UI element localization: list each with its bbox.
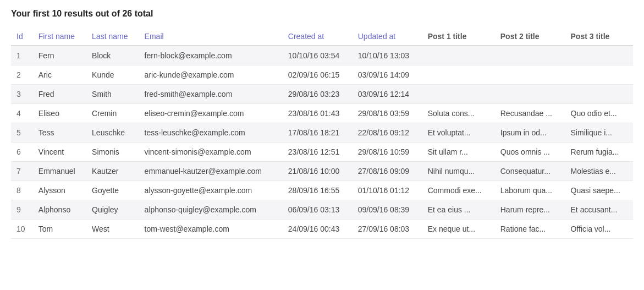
- cell-post2: Ipsum in od...: [495, 123, 565, 143]
- cell-first_name: Alysson: [33, 181, 86, 200]
- cell-created_at: 24/09/16 00:43: [283, 220, 353, 239]
- cell-created_at: 10/10/16 03:54: [283, 46, 353, 65]
- column-header-post2: Post 2 title: [495, 28, 565, 46]
- cell-first_name: Aric: [33, 65, 86, 85]
- cell-updated_at: 29/08/16 03:59: [353, 104, 422, 123]
- cell-post2: Laborum qua...: [495, 181, 565, 200]
- cell-first_name: Eliseo: [33, 104, 86, 123]
- cell-first_name: Tom: [33, 220, 86, 239]
- cell-post2: Ratione fac...: [495, 220, 565, 239]
- cell-updated_at: 10/10/16 13:03: [353, 46, 422, 65]
- cell-updated_at: 22/08/16 09:12: [353, 123, 422, 143]
- table-row: 9AlphonsoQuigleyalphonso-quigley@example…: [11, 200, 633, 220]
- cell-post1: Nihil numqu...: [422, 162, 495, 181]
- cell-updated_at: 03/09/16 12:14: [353, 85, 422, 104]
- cell-post2: Recusandae ...: [495, 104, 565, 123]
- table-row: 1FernBlockfern-block@example.com10/10/16…: [11, 46, 633, 65]
- cell-post3: [565, 85, 633, 104]
- cell-email: fred-smith@example.com: [139, 85, 283, 104]
- cell-created_at: 28/09/16 16:55: [283, 181, 353, 200]
- cell-post2: Quos omnis ...: [495, 143, 565, 162]
- cell-email: alysson-goyette@example.com: [139, 181, 283, 200]
- cell-last_name: Quigley: [86, 200, 139, 220]
- cell-id: 7: [11, 162, 33, 181]
- cell-post1: Ex neque ut...: [422, 220, 495, 239]
- cell-updated_at: 27/09/16 08:03: [353, 220, 422, 239]
- table-row: 3FredSmithfred-smith@example.com29/08/16…: [11, 85, 633, 104]
- cell-post1: Soluta cons...: [422, 104, 495, 123]
- cell-post1: Commodi exe...: [422, 181, 495, 200]
- cell-last_name: Block: [86, 46, 139, 65]
- cell-updated_at: 03/09/16 14:09: [353, 65, 422, 85]
- cell-post1: Et voluptat...: [422, 123, 495, 143]
- cell-id: 8: [11, 181, 33, 200]
- table-row: 6VincentSimonisvincent-simonis@example.c…: [11, 143, 633, 162]
- cell-id: 6: [11, 143, 33, 162]
- cell-created_at: 17/08/16 18:21: [283, 123, 353, 143]
- header-row: IdFirst nameLast nameEmailCreated atUpda…: [11, 28, 633, 46]
- cell-last_name: West: [86, 220, 139, 239]
- cell-first_name: Fred: [33, 85, 86, 104]
- column-header-first_name[interactable]: First name: [38, 32, 75, 41]
- cell-post2: [495, 85, 565, 104]
- cell-post3: Rerum fugia...: [565, 143, 633, 162]
- column-header-created_at[interactable]: Created at: [288, 32, 324, 41]
- cell-post3: [565, 46, 633, 65]
- cell-last_name: Kunde: [86, 65, 139, 85]
- cell-post2: Consequatur...: [495, 162, 565, 181]
- cell-email: tom-west@example.com: [139, 220, 283, 239]
- table-body: 1FernBlockfern-block@example.com10/10/16…: [11, 46, 633, 239]
- cell-post3: Et accusant...: [565, 200, 633, 220]
- cell-id: 2: [11, 65, 33, 85]
- cell-post3: [565, 65, 633, 85]
- cell-last_name: Leuschke: [86, 123, 139, 143]
- cell-post1: Et ea eius ...: [422, 200, 495, 220]
- cell-post3: Officia vol...: [565, 220, 633, 239]
- cell-first_name: Fern: [33, 46, 86, 65]
- cell-post3: Quo odio et...: [565, 104, 633, 123]
- column-header-post3: Post 3 title: [565, 28, 633, 46]
- cell-post2: [495, 46, 565, 65]
- table-row: 7EmmanuelKautzeremmanuel-kautzer@example…: [11, 162, 633, 181]
- cell-updated_at: 09/09/16 08:39: [353, 200, 422, 220]
- table-row: 2AricKundearic-kunde@example.com02/09/16…: [11, 65, 633, 85]
- cell-last_name: Smith: [86, 85, 139, 104]
- column-header-updated_at[interactable]: Updated at: [358, 32, 396, 41]
- cell-updated_at: 27/08/16 09:09: [353, 162, 422, 181]
- cell-post3: Similique i...: [565, 123, 633, 143]
- cell-id: 5: [11, 123, 33, 143]
- cell-email: fern-block@example.com: [139, 46, 283, 65]
- table-row: 5TessLeuschketess-leuschke@example.com17…: [11, 123, 633, 143]
- cell-email: vincent-simonis@example.com: [139, 143, 283, 162]
- table-header: IdFirst nameLast nameEmailCreated atUpda…: [11, 28, 633, 46]
- cell-post3: Quasi saepe...: [565, 181, 633, 200]
- cell-created_at: 23/08/16 01:43: [283, 104, 353, 123]
- cell-created_at: 21/08/16 10:00: [283, 162, 353, 181]
- cell-first_name: Vincent: [33, 143, 86, 162]
- column-header-id[interactable]: Id: [16, 32, 23, 41]
- cell-email: alphonso-quigley@example.com: [139, 200, 283, 220]
- cell-post1: [422, 46, 495, 65]
- column-header-last_name[interactable]: Last name: [92, 32, 128, 41]
- cell-last_name: Cremin: [86, 104, 139, 123]
- cell-last_name: Kautzer: [86, 162, 139, 181]
- table-row: 10TomWesttom-west@example.com24/09/16 00…: [11, 220, 633, 239]
- cell-created_at: 06/09/16 03:13: [283, 200, 353, 220]
- cell-email: tess-leuschke@example.com: [139, 123, 283, 143]
- cell-id: 1: [11, 46, 33, 65]
- cell-post1: Sit ullam r...: [422, 143, 495, 162]
- cell-updated_at: 29/08/16 10:59: [353, 143, 422, 162]
- cell-id: 10: [11, 220, 33, 239]
- cell-post2: Harum repre...: [495, 200, 565, 220]
- results-table: IdFirst nameLast nameEmailCreated atUpda…: [11, 28, 633, 239]
- cell-id: 4: [11, 104, 33, 123]
- cell-post1: [422, 85, 495, 104]
- cell-id: 9: [11, 200, 33, 220]
- cell-created_at: 23/08/16 12:51: [283, 143, 353, 162]
- cell-email: emmanuel-kautzer@example.com: [139, 162, 283, 181]
- cell-email: aric-kunde@example.com: [139, 65, 283, 85]
- cell-last_name: Goyette: [86, 181, 139, 200]
- cell-post1: [422, 65, 495, 85]
- column-header-email[interactable]: Email: [145, 32, 164, 41]
- table-row: 4EliseoCremineliseo-cremin@example.com23…: [11, 104, 633, 123]
